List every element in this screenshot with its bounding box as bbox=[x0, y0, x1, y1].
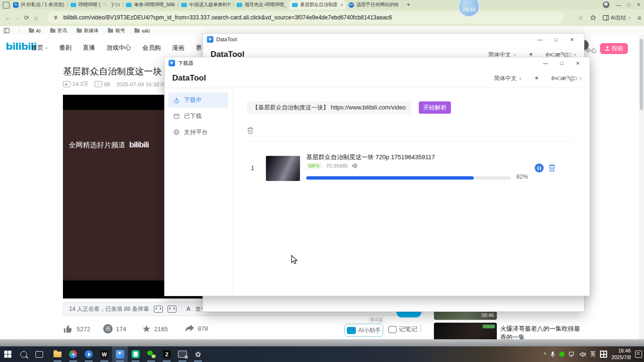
screen-share-icon[interactable] bbox=[175, 346, 190, 362]
post-video-button[interactable]: 投稿 bbox=[600, 43, 628, 54]
taskbar: W Z ✿ ^ 英 16:46 2025/7/8 bbox=[0, 346, 644, 362]
tab-datatool-ext[interactable]: DT 适用于任何网站的快速 bbox=[346, 0, 401, 9]
tab-zhihu[interactable]: 知 (4 封私信 / 1 条消息) bbox=[10, 0, 67, 9]
clear-list-trash-icon[interactable] bbox=[247, 127, 254, 136]
tab-danshen[interactable]: 单身-哔哩哔哩_bilibili bbox=[123, 0, 178, 9]
browser-profile-avatar[interactable] bbox=[603, 1, 609, 8]
tab-lingdao[interactable]: 领导先走-哔哩哔哩_b bbox=[234, 0, 289, 9]
wechat-tray-icon[interactable] bbox=[559, 352, 565, 357]
new-tab-button[interactable]: + bbox=[404, 0, 413, 9]
zhihu-favicon: 知 bbox=[13, 2, 18, 8]
downloader-window: 下载器 — □ × DataTool 简体中文∨ ☀ é»□æ′²ç¦□∨ bbox=[164, 57, 590, 296]
like-button[interactable]: 5272 bbox=[63, 324, 90, 334]
collections-icon[interactable] bbox=[590, 15, 596, 21]
bookmark-ai[interactable]: AI bbox=[29, 28, 41, 34]
forward-icon[interactable]: → bbox=[12, 14, 22, 21]
action-center-icon[interactable] bbox=[635, 351, 642, 358]
ime-grid-icon[interactable] bbox=[600, 351, 607, 358]
favorite-button[interactable]: ★ 2165 bbox=[142, 324, 168, 334]
taskbar-clock[interactable]: 16:46 2025/7/8 bbox=[611, 348, 631, 360]
tab-active-jiceng[interactable]: 基层群众自治制度 × bbox=[289, 0, 346, 9]
video-action-row: 5272 币 174 ★ 2165 878 测试版 AI小助手 记笔记 bbox=[63, 321, 423, 338]
task-view-icon[interactable] bbox=[31, 346, 47, 362]
media-player-icon[interactable] bbox=[81, 346, 97, 362]
datatool-app-icon bbox=[207, 36, 213, 43]
browser-maximize-button[interactable]: □ bbox=[627, 2, 630, 8]
maximize-button[interactable]: □ bbox=[554, 57, 570, 69]
taskbar-search-icon[interactable] bbox=[16, 346, 31, 362]
nav-live[interactable]: 直播 bbox=[83, 44, 95, 52]
desktop-wallpaper-strip bbox=[0, 339, 644, 346]
bookmark-star-icon[interactable]: ☆ bbox=[578, 14, 583, 21]
nav-vip-shop[interactable]: 会员购 bbox=[142, 44, 161, 52]
share-button[interactable]: 878 bbox=[185, 324, 208, 333]
tab-label: 适用于任何网站的快速 bbox=[356, 1, 398, 8]
microphone-icon[interactable] bbox=[550, 351, 555, 358]
take-notes-button[interactable]: 记笔记 bbox=[388, 325, 417, 334]
close-button[interactable]: × bbox=[570, 57, 586, 69]
nav-esports[interactable]: 赛事 bbox=[196, 44, 203, 52]
url-field-container bbox=[47, 11, 564, 24]
network-display-icon[interactable] bbox=[569, 352, 575, 357]
nav-manga[interactable]: 漫画 bbox=[172, 44, 185, 52]
flower-app-icon[interactable]: ✿ bbox=[190, 346, 206, 362]
ai-helper-button[interactable]: AI小助手 bbox=[344, 324, 383, 337]
reload-icon[interactable]: ⟳ bbox=[22, 14, 31, 21]
url-input[interactable] bbox=[62, 14, 558, 21]
capcut-icon[interactable]: Z bbox=[159, 346, 175, 362]
tray-expand-icon[interactable]: ^ bbox=[544, 352, 546, 357]
browser-close-button[interactable]: × bbox=[637, 1, 640, 8]
danmaku-font-icon[interactable]: A bbox=[186, 306, 191, 312]
ime-language-indicator[interactable]: 英 bbox=[590, 350, 596, 358]
danmaku-toggle-icon[interactable] bbox=[154, 306, 163, 313]
back-icon[interactable]: ← bbox=[3, 14, 12, 21]
wps-icon[interactable]: W bbox=[97, 346, 112, 362]
sidebar-item-downloaded[interactable]: 已下载 bbox=[168, 109, 228, 124]
start-button[interactable] bbox=[0, 346, 16, 362]
creator-center-partial[interactable]: 中心 bbox=[585, 47, 597, 55]
bookmark-zixun[interactable]: 资讯 bbox=[50, 27, 67, 34]
file-explorer-icon[interactable] bbox=[50, 346, 65, 362]
tab-bilibili-home[interactable]: 哔哩哔哩 (゜-゜)つロ bbox=[68, 0, 123, 9]
tab-chaodanshen[interactable]: 中国进入超单身时代_ bbox=[178, 0, 233, 9]
datatool-taskbar-icon[interactable] bbox=[112, 346, 128, 362]
video-title: 基层群众自治制度这一块 bbox=[63, 65, 162, 78]
language-select[interactable]: 简体中文∨ bbox=[494, 74, 522, 82]
home-icon[interactable]: ⌂ bbox=[31, 14, 41, 21]
sidebar-item-supported-platforms[interactable]: 支持平台 bbox=[168, 125, 228, 140]
pause-button[interactable] bbox=[535, 163, 544, 172]
start-parse-button[interactable]: 开始解析 bbox=[419, 101, 451, 114]
green-app-icon[interactable] bbox=[128, 346, 143, 362]
video-url-input[interactable] bbox=[247, 101, 411, 114]
bookmark-wiki[interactable]: wiki bbox=[134, 28, 150, 34]
downloader-titlebar[interactable]: 下载器 — □ × bbox=[165, 57, 590, 69]
chrome-icon[interactable] bbox=[65, 346, 81, 362]
side-panel-icon[interactable] bbox=[4, 28, 9, 33]
minimize-button[interactable]: — bbox=[532, 34, 548, 45]
browser-menu-icon[interactable]: ≡ bbox=[637, 14, 641, 22]
close-button[interactable]: × bbox=[564, 34, 580, 45]
browser-minimize-button[interactable]: — bbox=[616, 2, 621, 8]
nav-home[interactable]: 首页∨ bbox=[31, 44, 48, 52]
wechat-icon[interactable] bbox=[143, 346, 159, 362]
site-permissions-icon[interactable] bbox=[53, 15, 59, 20]
tab-search-icon[interactable] bbox=[3, 2, 9, 9]
danmaku-settings-icon[interactable] bbox=[168, 306, 176, 313]
volume-icon[interactable] bbox=[580, 352, 586, 357]
theme-toggle-icon[interactable]: ☀ bbox=[534, 75, 539, 81]
nav-game-center[interactable]: 游戏中心 bbox=[106, 44, 131, 52]
page-scrollbar[interactable] bbox=[639, 35, 644, 339]
sidebar-item-downloading[interactable]: 下载中 bbox=[168, 92, 228, 108]
datatool-titlebar[interactable]: DataTool — □ × bbox=[203, 34, 584, 45]
more-options-icon[interactable]: ⋮ bbox=[417, 324, 424, 333]
tab-close-icon[interactable]: × bbox=[340, 2, 343, 8]
minimize-button[interactable]: — bbox=[538, 57, 554, 69]
mode-select[interactable]: é»□æ′²ç¦□∨ bbox=[551, 75, 582, 81]
ai-summary-button[interactable]: AI总结∨ bbox=[603, 14, 631, 21]
delete-task-button[interactable] bbox=[548, 163, 556, 174]
nav-bangumi[interactable]: 番剧 bbox=[59, 44, 71, 52]
bookmark-zhanghao[interactable]: 账号 bbox=[108, 27, 125, 34]
maximize-button[interactable]: □ bbox=[548, 34, 564, 45]
coin-button[interactable]: 币 174 bbox=[103, 324, 126, 334]
bookmark-xinmeiti[interactable]: 新媒体 bbox=[77, 27, 99, 34]
